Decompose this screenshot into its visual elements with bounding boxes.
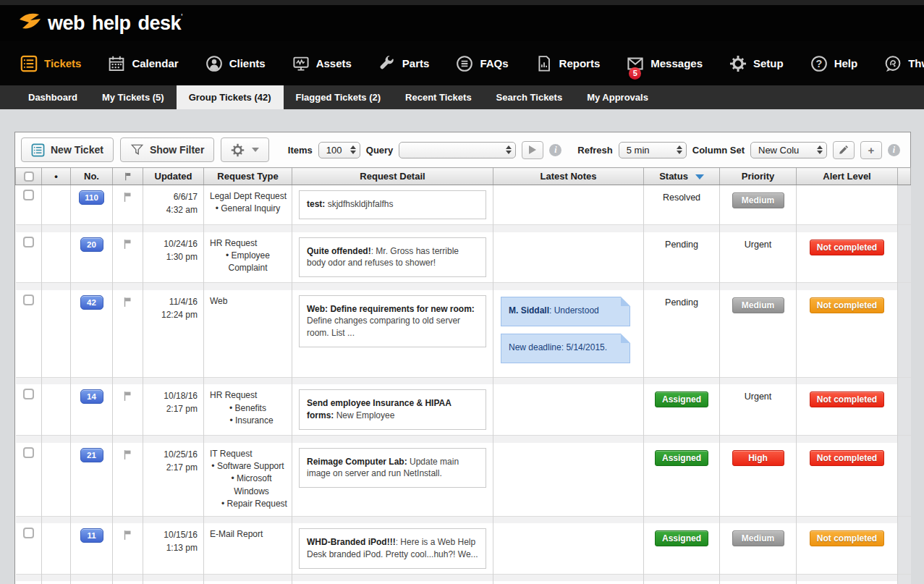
flag-icon[interactable]	[122, 449, 134, 461]
flag-header[interactable]	[113, 168, 143, 185]
flag-icon[interactable]	[122, 296, 134, 308]
nav-item-clients[interactable]: Clients	[205, 55, 266, 72]
nav-item-help[interactable]: Help	[810, 55, 858, 72]
request-detail-box[interactable]: Reimage Computer Lab: Update main image …	[299, 448, 486, 488]
flag-icon[interactable]	[122, 390, 134, 402]
tab-my-tickets-5[interactable]: My Tickets (5)	[90, 85, 177, 109]
new-ticket-button[interactable]: New Ticket	[21, 137, 114, 162]
ticket-row[interactable]: 14 10/18/162:17 pm HR Request• Benefits•…	[16, 384, 911, 435]
row-checkbox[interactable]	[23, 389, 34, 399]
ticket-row[interactable]: 26 10/30/164:45 pm IT Request• Hardware …	[16, 581, 911, 584]
cell-alert-level: Not completed	[797, 443, 898, 516]
list-icon	[20, 55, 38, 72]
request-detail-box[interactable]: Send employee Insurance & HIPAA forms: N…	[299, 389, 486, 430]
settings-menu-button[interactable]	[221, 137, 269, 162]
row-checkbox[interactable]	[23, 237, 34, 247]
nav-item-messages[interactable]: 5 Messages	[627, 55, 703, 72]
column-set-select[interactable]: New Colu	[750, 142, 827, 158]
nav-item-parts[interactable]: Parts	[378, 55, 430, 72]
flag-icon[interactable]	[122, 191, 134, 203]
unread-dot-header[interactable]: •	[42, 168, 71, 185]
ticket-row[interactable]: 20 10/24/161:30 pm HR Request• Employee …	[16, 232, 911, 283]
nav-item-tickets[interactable]: Tickets	[20, 55, 81, 72]
nav-item-assets[interactable]: Assets	[292, 55, 352, 72]
refresh-select[interactable]: 5 min	[619, 142, 687, 158]
row-checkbox[interactable]	[23, 295, 34, 305]
nav-item-faqs[interactable]: FAQs	[456, 55, 508, 72]
priority-header[interactable]: Priority	[720, 168, 797, 185]
select-all-header[interactable]	[16, 168, 42, 185]
request-type-header[interactable]: Request Type	[204, 168, 292, 185]
nav-item-reports[interactable]: Reports	[535, 55, 601, 72]
cell-updated: 10/18/162:17 pm	[143, 384, 204, 435]
cell-priority: Medium	[720, 185, 797, 225]
cell-select	[16, 581, 42, 584]
cell-request-detail: Quite offended!: Mr. Gross has terrible …	[292, 232, 493, 283]
updated-date: 10/24/16	[149, 237, 198, 250]
items-select[interactable]: 100	[318, 142, 360, 158]
row-spacer	[16, 516, 911, 523]
tab-dashboard[interactable]: Dashboard	[16, 85, 90, 109]
refresh-label: Refresh	[577, 145, 612, 156]
tab-recent-tickets[interactable]: Recent Tickets	[393, 85, 484, 109]
cell-gutter	[898, 290, 911, 378]
ticket-row[interactable]: 42 11/4/1612:24 pm Web Web: Define requi…	[16, 290, 911, 378]
row-checkbox[interactable]	[23, 528, 34, 538]
select-all-checkbox[interactable]	[24, 172, 34, 182]
report-icon	[535, 55, 553, 72]
ticket-number-badge[interactable]: 11	[80, 528, 103, 543]
tab-flagged-tickets-2[interactable]: Flagged Tickets (2)	[284, 85, 394, 109]
new-ticket-label: New Ticket	[51, 144, 103, 156]
nav-item-setup[interactable]: Setup	[729, 55, 784, 72]
cell-request-detail: Send employee Insurance & HIPAA forms: N…	[292, 384, 493, 435]
tickets-table: • No. Updated Request Type Request Detai…	[15, 167, 911, 584]
tickets-panel: New Ticket Show Filter Items 100 Query	[14, 132, 911, 584]
ticket-number-badge[interactable]: 20	[80, 237, 103, 252]
request-type-item: IT Request	[208, 448, 288, 460]
alert-level-header[interactable]: Alert Level	[797, 168, 898, 185]
priority-badge: Medium	[732, 297, 784, 313]
ticket-number-badge[interactable]: 14	[80, 389, 103, 404]
tab-my-approvals[interactable]: My Approvals	[575, 85, 661, 109]
cell-gutter	[898, 581, 911, 584]
cell-priority: Medium	[720, 523, 797, 574]
cell-request-detail: Requesting a travel laptop: I will be tr…	[292, 581, 493, 584]
request-detail-box[interactable]: Web: Define requirements for new room: D…	[299, 295, 486, 347]
updated-header[interactable]: Updated	[143, 168, 204, 185]
tab-search-tickets[interactable]: Search Tickets	[484, 85, 575, 109]
cell-flag	[113, 232, 143, 283]
cell-number: 11	[71, 523, 113, 574]
updated-time: 1:13 pm	[149, 541, 198, 554]
query-select[interactable]	[399, 142, 516, 158]
nav-item-calendar[interactable]: Calendar	[108, 55, 178, 72]
add-column-set-button[interactable]: +	[860, 141, 882, 159]
query-info-icon[interactable]: i	[549, 144, 561, 156]
latest-notes-header[interactable]: Latest Notes	[493, 168, 644, 185]
flag-icon[interactable]	[122, 529, 134, 541]
ticket-number-badge[interactable]: 21	[80, 448, 103, 462]
request-detail-box[interactable]: WHD-Branded iPod!!!: Here is a Web Help …	[299, 528, 486, 569]
flag-icon[interactable]	[122, 238, 134, 250]
nav-item-thwack[interactable]: Thwack	[884, 55, 924, 72]
ticket-row[interactable]: 21 10/25/162:17 pm IT Request• Software …	[16, 443, 911, 516]
cell-request-type: Web	[204, 290, 292, 378]
ticket-row[interactable]: 110 6/6/174:32 am Legal Dept Request• Ge…	[16, 185, 911, 225]
ticket-number-badge[interactable]: 42	[80, 295, 103, 310]
run-query-button[interactable]	[522, 141, 543, 159]
unread-count-badge: 5	[629, 67, 641, 80]
status-header[interactable]: Status	[644, 168, 720, 185]
request-detail-box[interactable]: Quite offended!: Mr. Gross has terrible …	[299, 237, 486, 278]
row-checkbox[interactable]	[23, 447, 34, 458]
row-checkbox[interactable]	[23, 190, 34, 200]
column-set-value: New Colu	[758, 145, 799, 156]
edit-column-set-button[interactable]	[833, 141, 855, 159]
tab-group-tickets-42[interactable]: Group Tickets (42)	[177, 85, 284, 109]
request-detail-box[interactable]: test: skjdfhskldjhfalfhs	[299, 190, 486, 219]
column-set-info-icon[interactable]: i	[888, 144, 900, 156]
request-type-item: HR Request	[208, 389, 288, 402]
ticket-row[interactable]: 11 10/15/161:13 pm E-Mail Report WHD-Bra…	[16, 523, 911, 574]
number-header[interactable]: No.	[71, 168, 113, 185]
ticket-number-badge[interactable]: 110	[79, 190, 104, 205]
show-filter-button[interactable]: Show Filter	[120, 137, 214, 162]
request-detail-header[interactable]: Request Detail	[292, 168, 493, 185]
